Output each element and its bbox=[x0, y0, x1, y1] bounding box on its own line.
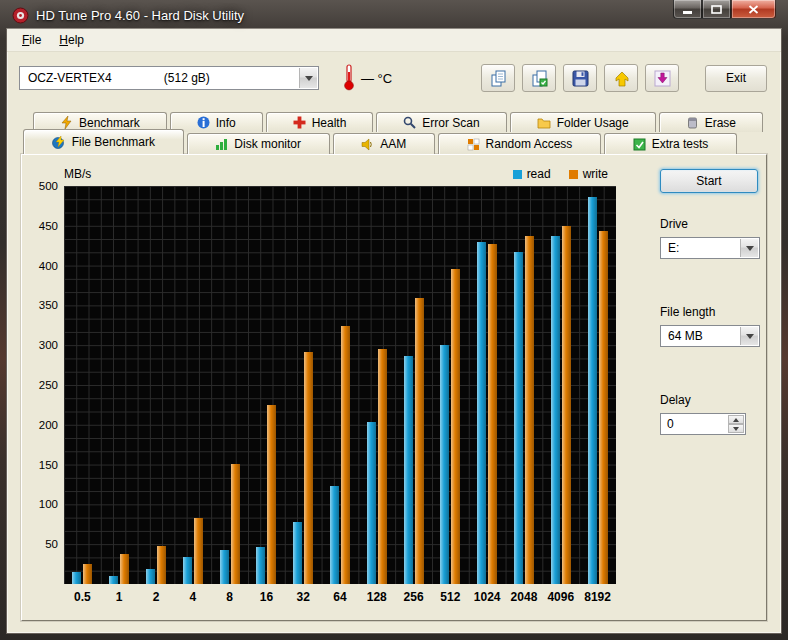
delay-input[interactable]: 0 bbox=[660, 413, 746, 435]
legend-label: write bbox=[583, 167, 608, 181]
x-tick-label: 8 bbox=[211, 584, 248, 604]
client-area: File Help OCZ-VERTEX4 (512 gB) — °C Exit… bbox=[6, 28, 782, 634]
close-icon bbox=[748, 5, 759, 14]
drive-name: OCZ-VERTEX4 bbox=[28, 71, 112, 85]
minimize-button[interactable] bbox=[673, 0, 702, 19]
bar-read bbox=[109, 576, 118, 584]
highlight-button[interactable] bbox=[604, 64, 638, 92]
y-tick-label: 300 bbox=[39, 339, 58, 351]
bar-write bbox=[451, 269, 460, 584]
bar-read bbox=[72, 572, 81, 584]
bar-write bbox=[562, 226, 571, 584]
benchmark-chart: MB/s readwrite 5010015020025030035040045… bbox=[26, 159, 624, 618]
speaker-icon bbox=[361, 138, 374, 151]
magnifier-icon bbox=[403, 116, 416, 129]
y-tick-label: 400 bbox=[39, 260, 58, 272]
chevron-down-icon[interactable] bbox=[740, 239, 758, 257]
drive-dropdown[interactable]: E: bbox=[660, 237, 760, 259]
tab-extra-tests[interactable]: Extra tests bbox=[604, 133, 737, 154]
category-group bbox=[469, 186, 506, 584]
maximize-button[interactable] bbox=[702, 0, 731, 19]
bar-write bbox=[525, 236, 534, 584]
bar-write bbox=[231, 464, 240, 584]
y-tick-label: 50 bbox=[45, 538, 58, 550]
chevron-down-icon[interactable] bbox=[299, 68, 317, 88]
tab-random-access[interactable]: Random Access bbox=[438, 133, 601, 154]
file-benchmark-icon bbox=[52, 136, 66, 149]
copy-image-button[interactable] bbox=[522, 64, 556, 92]
bar-read bbox=[183, 557, 192, 584]
tab-label: Folder Usage bbox=[557, 116, 629, 130]
chevron-down-icon[interactable] bbox=[740, 327, 758, 345]
bar-read bbox=[220, 550, 229, 584]
tab-label: Info bbox=[216, 116, 236, 130]
drive-select-combo[interactable]: OCZ-VERTEX4 (512 gB) bbox=[19, 66, 319, 90]
category-group bbox=[248, 186, 285, 584]
menu-file[interactable]: File bbox=[13, 30, 50, 50]
window-controls bbox=[673, 0, 776, 19]
category-group bbox=[211, 186, 248, 584]
x-tick-label: 2 bbox=[138, 584, 175, 604]
close-button[interactable] bbox=[731, 0, 776, 19]
bar-write bbox=[341, 326, 350, 584]
thermometer-icon bbox=[343, 63, 355, 94]
y-tick-label: 150 bbox=[39, 459, 58, 471]
toolbar: OCZ-VERTEX4 (512 gB) — °C Exit bbox=[7, 52, 781, 104]
menu-help[interactable]: Help bbox=[50, 30, 93, 50]
tab-health[interactable]: Health bbox=[266, 112, 374, 132]
tab-erase[interactable]: Erase bbox=[659, 112, 763, 132]
tab-label: Benchmark bbox=[79, 116, 140, 130]
exit-button[interactable]: Exit bbox=[705, 65, 767, 92]
bar-write bbox=[267, 405, 276, 584]
category-group bbox=[64, 186, 101, 584]
category-group bbox=[395, 186, 432, 584]
legend-swatch-read bbox=[513, 170, 522, 179]
disk-monitor-icon bbox=[215, 138, 228, 151]
bar-write bbox=[120, 554, 129, 584]
x-tick-label: 32 bbox=[285, 584, 322, 604]
tab-row-2: File BenchmarkDisk monitorAAMRandom Acce… bbox=[23, 133, 737, 154]
tab-disk-monitor[interactable]: Disk monitor bbox=[187, 133, 330, 154]
bar-read bbox=[256, 547, 265, 584]
file-length-label: File length bbox=[660, 305, 760, 319]
legend-item-write: write bbox=[569, 167, 608, 181]
tab-label: AAM bbox=[380, 137, 406, 151]
x-tick-label: 1024 bbox=[469, 584, 506, 604]
x-axis: 0.512481632641282565121024204840968192 bbox=[64, 584, 616, 604]
x-tick-label: 1 bbox=[101, 584, 138, 604]
category-group bbox=[285, 186, 322, 584]
start-button[interactable]: Start bbox=[660, 169, 758, 193]
tab-label: Extra tests bbox=[652, 137, 709, 151]
delay-label: Delay bbox=[660, 393, 760, 407]
y-axis: 50100150200250300350400450500 bbox=[26, 186, 64, 584]
legend-label: read bbox=[527, 167, 551, 181]
legend-swatch-write bbox=[569, 170, 578, 179]
erase-icon bbox=[686, 116, 699, 129]
file-length-dropdown[interactable]: 64 MB bbox=[660, 325, 760, 347]
update-button[interactable] bbox=[645, 64, 679, 92]
tab-info[interactable]: Info bbox=[170, 112, 263, 132]
tab-error-scan[interactable]: Error Scan bbox=[376, 112, 506, 132]
save-screenshot-button[interactable] bbox=[563, 64, 597, 92]
file-benchmark-panel: MB/s readwrite 5010015020025030035040045… bbox=[21, 154, 767, 621]
category-group bbox=[101, 186, 138, 584]
copy-text-button[interactable] bbox=[481, 64, 515, 92]
x-tick-label: 512 bbox=[432, 584, 469, 604]
maximize-icon bbox=[711, 5, 722, 14]
hand-icon bbox=[613, 70, 630, 87]
tab-file-benchmark[interactable]: File Benchmark bbox=[23, 129, 184, 154]
toolbar-buttons bbox=[481, 64, 679, 92]
tab-folder-usage[interactable]: Folder Usage bbox=[510, 112, 656, 132]
bar-write bbox=[304, 352, 313, 584]
y-tick-label: 500 bbox=[39, 180, 58, 192]
temperature-readout: — °C bbox=[361, 71, 392, 86]
spin-down-button[interactable] bbox=[728, 424, 744, 433]
spin-up-button[interactable] bbox=[728, 415, 744, 424]
category-group bbox=[579, 186, 616, 584]
y-axis-unit-label: MB/s bbox=[64, 167, 91, 181]
title-bar[interactable]: HD Tune Pro 4.60 - Hard Disk Utility bbox=[6, 0, 782, 28]
tab-aam[interactable]: AAM bbox=[333, 133, 435, 154]
y-tick-label: 450 bbox=[39, 220, 58, 232]
file-length-dropdown-value: 64 MB bbox=[668, 329, 703, 343]
tab-label: Health bbox=[312, 116, 347, 130]
